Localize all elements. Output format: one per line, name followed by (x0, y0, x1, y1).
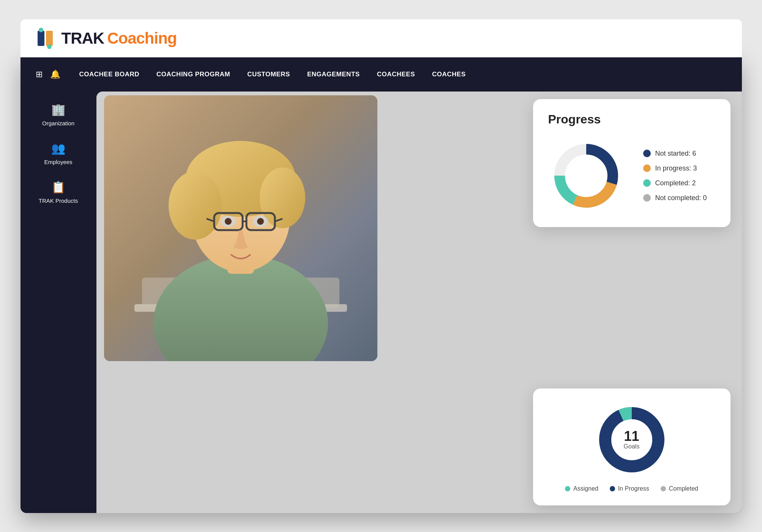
nav-engagements[interactable]: ENGAGEMENTS (307, 71, 360, 78)
legend-completed-label: Completed: 2 (655, 179, 696, 187)
dot-not-started (643, 150, 651, 157)
sidebar-item-employees[interactable]: 👥 Employees (44, 142, 72, 165)
legend-not-started: Not started: 6 (643, 150, 707, 158)
bell-icon[interactable]: 🔔 (50, 69, 60, 79)
trak-icon (36, 27, 58, 50)
nav-coaches[interactable]: COACHES (432, 71, 466, 78)
app-window: ⊞ 🔔 COACHEE BOARD COACHING PROGRAM CUSTO… (21, 57, 742, 513)
hero-person (104, 95, 377, 361)
legend-in-progress-label: In progress: 3 (655, 164, 697, 172)
products-icon: 📋 (51, 180, 65, 194)
dot-not-completed (643, 194, 651, 202)
goals-assigned-label: Assigned (573, 485, 598, 492)
nav-coaching-program[interactable]: COACHING PROGRAM (156, 71, 230, 78)
svg-point-11 (169, 171, 222, 240)
goals-label: Goals (624, 443, 640, 450)
main-content: 🏢 Organization 👥 Employees 📋 TRAK Produc… (21, 92, 742, 513)
legend-completed: Completed: 2 (643, 179, 707, 187)
sidebar-label-organization: Organization (42, 120, 74, 126)
logo-bar: TRAKCoaching (21, 19, 742, 57)
svg-point-20 (225, 218, 232, 225)
goals-donut-container: 11 Goals (594, 402, 670, 478)
legend-not-completed: Not completed: 0 (643, 194, 707, 202)
goals-legend-assigned: Assigned (565, 485, 598, 492)
svg-rect-0 (38, 31, 44, 46)
goals-in-progress-label: In Progress (618, 485, 649, 492)
svg-rect-1 (46, 31, 53, 46)
nav-coachees[interactable]: COACHEES (377, 71, 415, 78)
content-panel: Progress (96, 92, 742, 513)
goals-dot-assigned (565, 486, 570, 491)
hero-image (104, 95, 377, 361)
progress-donut (548, 138, 624, 214)
grid-icon[interactable]: ⊞ (36, 69, 43, 79)
goals-number: 11 (624, 429, 640, 443)
organization-icon: 🏢 (51, 103, 65, 116)
top-nav-items: COACHEE BOARD COACHING PROGRAM CUSTOMERS… (79, 71, 466, 78)
nav-customers[interactable]: CUSTOMERS (247, 71, 290, 78)
nav-icons: ⊞ 🔔 (36, 69, 60, 79)
sidebar-label-products: TRAK Products (39, 197, 78, 204)
progress-title: Progress (548, 112, 715, 126)
svg-point-2 (39, 28, 43, 32)
goals-legend-in-progress: In Progress (610, 485, 649, 492)
goals-completed-label: Completed (669, 485, 698, 492)
sidebar: 🏢 Organization 👥 Employees 📋 TRAK Produc… (21, 92, 96, 513)
employees-icon: 👥 (51, 142, 65, 155)
progress-card: Progress (533, 99, 730, 227)
goals-card: 11 Goals Assigned In Progress (533, 388, 730, 505)
goals-legend: Assigned In Progress Completed (548, 485, 715, 492)
goals-dot-in-progress (610, 486, 615, 491)
logo-trak: TRAK (62, 29, 104, 47)
dot-completed (643, 179, 651, 187)
page-wrapper: TRAKCoaching ⊞ 🔔 COACHEE BOARD COACHING … (21, 19, 742, 513)
svg-point-21 (257, 218, 264, 225)
progress-content: Not started: 6 In progress: 3 Completed:… (548, 138, 715, 214)
legend-not-started-label: Not started: 6 (655, 150, 696, 158)
logo-container: TRAKCoaching (36, 27, 177, 50)
legend-not-completed-label: Not completed: 0 (655, 194, 707, 202)
svg-point-3 (47, 44, 52, 49)
goals-center-text: 11 Goals (624, 429, 640, 450)
nav-coachee-board[interactable]: COACHEE BOARD (79, 71, 140, 78)
top-nav: ⊞ 🔔 COACHEE BOARD COACHING PROGRAM CUSTO… (21, 57, 742, 92)
goals-dot-completed (661, 486, 666, 491)
logo-coaching: Coaching (107, 29, 177, 47)
progress-legend: Not started: 6 In progress: 3 Completed:… (643, 150, 707, 202)
legend-in-progress: In progress: 3 (643, 164, 707, 172)
sidebar-item-organization[interactable]: 🏢 Organization (42, 103, 74, 126)
goals-legend-completed: Completed (661, 485, 698, 492)
dot-in-progress (643, 164, 651, 172)
sidebar-item-trak-products[interactable]: 📋 TRAK Products (39, 180, 78, 204)
sidebar-label-employees: Employees (44, 159, 72, 165)
